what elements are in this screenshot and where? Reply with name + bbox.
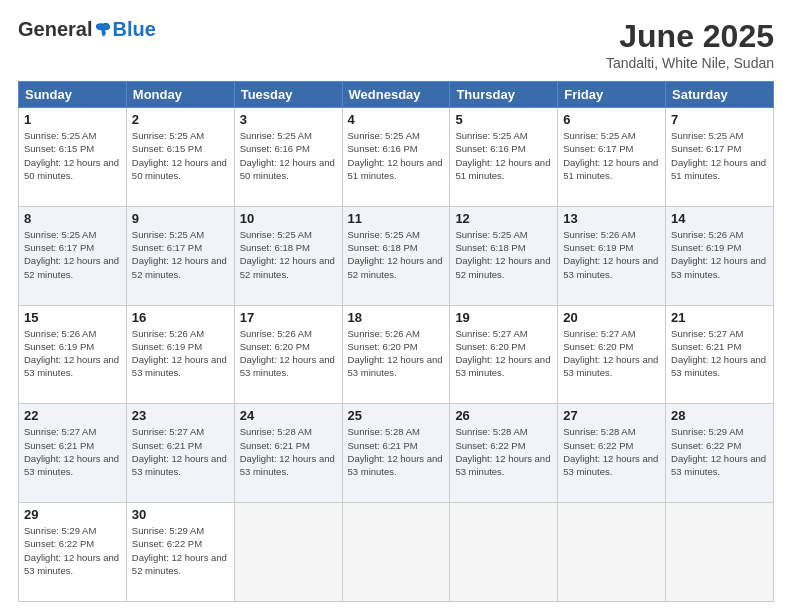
col-friday: Friday — [558, 82, 666, 108]
table-row: 4 Sunrise: 5:25 AM Sunset: 6:16 PM Dayli… — [342, 108, 450, 207]
table-row: 8 Sunrise: 5:25 AM Sunset: 6:17 PM Dayli… — [19, 206, 127, 305]
col-saturday: Saturday — [666, 82, 774, 108]
calendar-table: Sunday Monday Tuesday Wednesday Thursday… — [18, 81, 774, 602]
day-info: Sunrise: 5:25 AM Sunset: 6:18 PM Dayligh… — [240, 228, 337, 281]
day-number: 23 — [132, 408, 229, 423]
col-tuesday: Tuesday — [234, 82, 342, 108]
day-number: 13 — [563, 211, 660, 226]
logo: General Blue — [18, 18, 156, 41]
day-number: 8 — [24, 211, 121, 226]
day-info: Sunrise: 5:28 AM Sunset: 6:22 PM Dayligh… — [455, 425, 552, 478]
day-info: Sunrise: 5:27 AM Sunset: 6:20 PM Dayligh… — [455, 327, 552, 380]
day-number: 7 — [671, 112, 768, 127]
page: General Blue June 2025 Tandalti, White N… — [0, 0, 792, 612]
day-info: Sunrise: 5:27 AM Sunset: 6:21 PM Dayligh… — [132, 425, 229, 478]
day-info: Sunrise: 5:27 AM Sunset: 6:21 PM Dayligh… — [671, 327, 768, 380]
calendar-week-row: 22 Sunrise: 5:27 AM Sunset: 6:21 PM Dayl… — [19, 404, 774, 503]
table-row: 19 Sunrise: 5:27 AM Sunset: 6:20 PM Dayl… — [450, 305, 558, 404]
table-row: 26 Sunrise: 5:28 AM Sunset: 6:22 PM Dayl… — [450, 404, 558, 503]
table-row: 3 Sunrise: 5:25 AM Sunset: 6:16 PM Dayli… — [234, 108, 342, 207]
day-number: 15 — [24, 310, 121, 325]
day-number: 25 — [348, 408, 445, 423]
day-info: Sunrise: 5:27 AM Sunset: 6:20 PM Dayligh… — [563, 327, 660, 380]
table-row: 1 Sunrise: 5:25 AM Sunset: 6:15 PM Dayli… — [19, 108, 127, 207]
day-number: 28 — [671, 408, 768, 423]
table-row: 5 Sunrise: 5:25 AM Sunset: 6:16 PM Dayli… — [450, 108, 558, 207]
table-row: 18 Sunrise: 5:26 AM Sunset: 6:20 PM Dayl… — [342, 305, 450, 404]
day-number: 1 — [24, 112, 121, 127]
day-info: Sunrise: 5:29 AM Sunset: 6:22 PM Dayligh… — [24, 524, 121, 577]
day-info: Sunrise: 5:27 AM Sunset: 6:21 PM Dayligh… — [24, 425, 121, 478]
table-row: 16 Sunrise: 5:26 AM Sunset: 6:19 PM Dayl… — [126, 305, 234, 404]
table-row: 29 Sunrise: 5:29 AM Sunset: 6:22 PM Dayl… — [19, 503, 127, 602]
calendar-week-row: 1 Sunrise: 5:25 AM Sunset: 6:15 PM Dayli… — [19, 108, 774, 207]
calendar-subtitle: Tandalti, White Nile, Sudan — [606, 55, 774, 71]
table-row — [450, 503, 558, 602]
calendar-week-row: 15 Sunrise: 5:26 AM Sunset: 6:19 PM Dayl… — [19, 305, 774, 404]
table-row: 10 Sunrise: 5:25 AM Sunset: 6:18 PM Dayl… — [234, 206, 342, 305]
day-info: Sunrise: 5:25 AM Sunset: 6:15 PM Dayligh… — [132, 129, 229, 182]
day-info: Sunrise: 5:26 AM Sunset: 6:20 PM Dayligh… — [240, 327, 337, 380]
day-number: 3 — [240, 112, 337, 127]
table-row: 30 Sunrise: 5:29 AM Sunset: 6:22 PM Dayl… — [126, 503, 234, 602]
day-number: 27 — [563, 408, 660, 423]
day-number: 10 — [240, 211, 337, 226]
day-number: 14 — [671, 211, 768, 226]
title-block: June 2025 Tandalti, White Nile, Sudan — [606, 18, 774, 71]
col-sunday: Sunday — [19, 82, 127, 108]
table-row: 15 Sunrise: 5:26 AM Sunset: 6:19 PM Dayl… — [19, 305, 127, 404]
day-number: 9 — [132, 211, 229, 226]
table-row — [342, 503, 450, 602]
day-number: 21 — [671, 310, 768, 325]
day-number: 30 — [132, 507, 229, 522]
col-thursday: Thursday — [450, 82, 558, 108]
header: General Blue June 2025 Tandalti, White N… — [18, 18, 774, 71]
day-info: Sunrise: 5:25 AM Sunset: 6:17 PM Dayligh… — [132, 228, 229, 281]
day-number: 22 — [24, 408, 121, 423]
logo-blue-text: Blue — [112, 18, 155, 41]
col-monday: Monday — [126, 82, 234, 108]
table-row — [558, 503, 666, 602]
day-info: Sunrise: 5:25 AM Sunset: 6:18 PM Dayligh… — [348, 228, 445, 281]
day-info: Sunrise: 5:25 AM Sunset: 6:17 PM Dayligh… — [24, 228, 121, 281]
day-number: 29 — [24, 507, 121, 522]
day-info: Sunrise: 5:29 AM Sunset: 6:22 PM Dayligh… — [671, 425, 768, 478]
table-row: 12 Sunrise: 5:25 AM Sunset: 6:18 PM Dayl… — [450, 206, 558, 305]
day-info: Sunrise: 5:25 AM Sunset: 6:16 PM Dayligh… — [240, 129, 337, 182]
table-row: 2 Sunrise: 5:25 AM Sunset: 6:15 PM Dayli… — [126, 108, 234, 207]
day-number: 20 — [563, 310, 660, 325]
day-number: 11 — [348, 211, 445, 226]
day-number: 6 — [563, 112, 660, 127]
day-number: 24 — [240, 408, 337, 423]
table-row: 7 Sunrise: 5:25 AM Sunset: 6:17 PM Dayli… — [666, 108, 774, 207]
day-number: 5 — [455, 112, 552, 127]
table-row — [666, 503, 774, 602]
day-info: Sunrise: 5:26 AM Sunset: 6:19 PM Dayligh… — [563, 228, 660, 281]
day-number: 26 — [455, 408, 552, 423]
day-info: Sunrise: 5:25 AM Sunset: 6:18 PM Dayligh… — [455, 228, 552, 281]
day-info: Sunrise: 5:25 AM Sunset: 6:16 PM Dayligh… — [455, 129, 552, 182]
table-row: 21 Sunrise: 5:27 AM Sunset: 6:21 PM Dayl… — [666, 305, 774, 404]
day-info: Sunrise: 5:28 AM Sunset: 6:21 PM Dayligh… — [348, 425, 445, 478]
table-row: 9 Sunrise: 5:25 AM Sunset: 6:17 PM Dayli… — [126, 206, 234, 305]
calendar-title: June 2025 — [606, 18, 774, 55]
day-number: 12 — [455, 211, 552, 226]
day-number: 18 — [348, 310, 445, 325]
day-info: Sunrise: 5:25 AM Sunset: 6:15 PM Dayligh… — [24, 129, 121, 182]
table-row: 13 Sunrise: 5:26 AM Sunset: 6:19 PM Dayl… — [558, 206, 666, 305]
table-row: 25 Sunrise: 5:28 AM Sunset: 6:21 PM Dayl… — [342, 404, 450, 503]
table-row: 23 Sunrise: 5:27 AM Sunset: 6:21 PM Dayl… — [126, 404, 234, 503]
day-info: Sunrise: 5:28 AM Sunset: 6:22 PM Dayligh… — [563, 425, 660, 478]
day-number: 2 — [132, 112, 229, 127]
day-info: Sunrise: 5:26 AM Sunset: 6:19 PM Dayligh… — [671, 228, 768, 281]
day-number: 16 — [132, 310, 229, 325]
calendar-week-row: 29 Sunrise: 5:29 AM Sunset: 6:22 PM Dayl… — [19, 503, 774, 602]
day-info: Sunrise: 5:26 AM Sunset: 6:19 PM Dayligh… — [24, 327, 121, 380]
table-row: 6 Sunrise: 5:25 AM Sunset: 6:17 PM Dayli… — [558, 108, 666, 207]
day-info: Sunrise: 5:28 AM Sunset: 6:21 PM Dayligh… — [240, 425, 337, 478]
table-row: 24 Sunrise: 5:28 AM Sunset: 6:21 PM Dayl… — [234, 404, 342, 503]
table-row: 28 Sunrise: 5:29 AM Sunset: 6:22 PM Dayl… — [666, 404, 774, 503]
table-row: 11 Sunrise: 5:25 AM Sunset: 6:18 PM Dayl… — [342, 206, 450, 305]
table-row: 17 Sunrise: 5:26 AM Sunset: 6:20 PM Dayl… — [234, 305, 342, 404]
table-row: 20 Sunrise: 5:27 AM Sunset: 6:20 PM Dayl… — [558, 305, 666, 404]
